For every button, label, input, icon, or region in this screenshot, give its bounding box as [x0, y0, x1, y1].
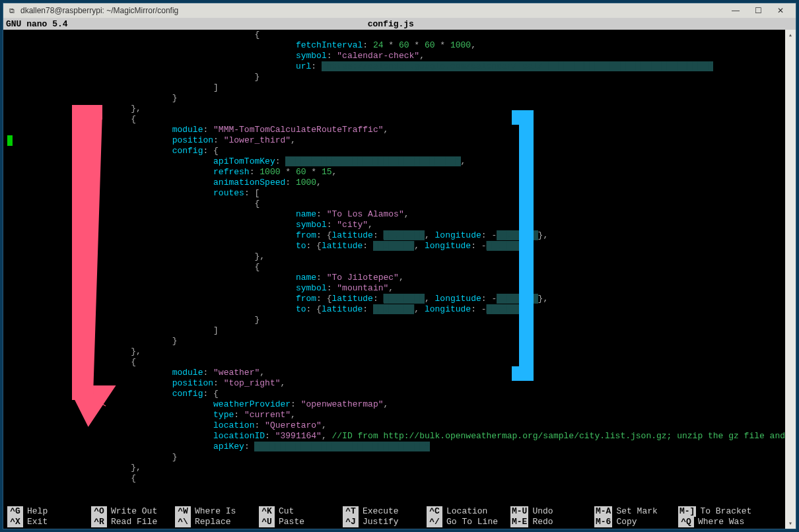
shortcut-item: ^OWrite Out [91, 506, 175, 517]
shortcut-label: Justify [363, 517, 399, 527]
shortcut-label: Help [27, 506, 48, 517]
shortcut-item: M-]To Bracket [678, 506, 762, 517]
shortcut-label: Set Mark [616, 506, 657, 517]
shortcut-item: ^TExecute [343, 506, 427, 517]
vertical-scrollbar[interactable]: ▴ ▾ [785, 30, 796, 529]
scroll-down-icon[interactable]: ▾ [785, 518, 796, 529]
shortcut-label: To Bracket [700, 506, 751, 517]
shortcut-key: ^O [91, 506, 107, 517]
shortcut-item: ^RRead File [91, 517, 175, 527]
shortcut-key: M-A [594, 506, 612, 517]
shortcut-label: Replace [195, 517, 231, 527]
shortcut-label: Read File [111, 517, 157, 527]
nano-app: GNU nano 5.4 [6, 19, 68, 29]
shortcut-key: ^X [7, 517, 23, 527]
shortcut-label: Where Is [195, 506, 236, 517]
cursor-marker [7, 135, 13, 146]
shortcut-item: M-ASet Mark [594, 506, 678, 517]
shortcut-key: ^U [259, 517, 275, 527]
shortcut-item: ^QWhere Was [678, 517, 762, 527]
shortcut-label: Write Out [111, 506, 157, 517]
shortcut-key: M-] [678, 506, 696, 517]
shortcut-key: ^\ [175, 517, 191, 527]
shortcut-label: Exit [27, 517, 48, 527]
maximize-button[interactable]: ☐ [747, 4, 769, 17]
shortcut-item: ^/Go To Line [427, 517, 510, 527]
shortcut-key: M-E [510, 517, 528, 527]
shortcut-key: ^R [91, 517, 107, 527]
shortcut-label: Go To Line [446, 517, 498, 527]
shortcut-key: ^T [343, 506, 359, 517]
shortcut-label: Redo [532, 517, 553, 527]
shortcut-label: Where Was [698, 517, 744, 527]
shortcut-item: ^GHelp [7, 506, 91, 517]
shortcut-item: ^KCut [259, 506, 343, 517]
shortcut-key: ^G [7, 506, 23, 517]
shortcut-key: ^W [175, 506, 191, 517]
window-title: dkallen78@raspberrypi: ~/MagicMirror/con… [20, 6, 178, 15]
shortcut-item: ^WWhere Is [175, 506, 259, 517]
shortcut-row-1: ^GHelp^OWrite Out^WWhere Is^KCut^TExecut… [7, 506, 781, 517]
shortcut-key: ^K [259, 506, 275, 517]
shortcut-item: ^XExit [7, 517, 91, 527]
shortcut-item: M-ERedo [510, 517, 594, 527]
window-titlebar[interactable]: ⧉ dkallen78@raspberrypi: ~/MagicMirror/c… [3, 3, 796, 18]
shortcut-item: ^JJustify [343, 517, 427, 527]
shortcut-key: ^J [343, 517, 359, 527]
shortcut-key: ^Q [678, 517, 694, 527]
shortcut-key: M-6 [594, 517, 612, 527]
minimize-button[interactable]: — [724, 4, 747, 17]
shortcut-label: Location [446, 506, 487, 517]
nano-header: GNU nano 5.4 config.js [3, 18, 796, 30]
terminal-window: ⧉ dkallen78@raspberrypi: ~/MagicMirror/c… [3, 3, 796, 529]
shortcut-item: M-UUndo [510, 506, 594, 517]
shortcut-item: ^CLocation [427, 506, 510, 517]
shortcut-key: ^/ [427, 517, 442, 527]
nano-filename: config.js [68, 19, 714, 29]
shortcut-item: ^\Replace [175, 517, 259, 527]
shortcut-label: Cut [279, 506, 294, 517]
close-button[interactable]: ✕ [769, 4, 792, 17]
scroll-up-icon[interactable]: ▴ [785, 30, 796, 40]
shortcut-item: M-6Copy [594, 517, 678, 527]
putty-icon: ⧉ [7, 6, 17, 15]
shortcut-label: Copy [616, 517, 637, 527]
shortcut-label: Paste [279, 517, 304, 527]
shortcut-label: Undo [532, 506, 553, 517]
shortcut-key: ^C [427, 506, 442, 517]
editor-area[interactable]: { fetchInterval: 24 * 60 * 60 * 1000, sy… [3, 30, 785, 505]
shortcut-item: ^UPaste [259, 517, 343, 527]
shortcut-row-2: ^XExit^RRead File^\Replace^UPaste^JJusti… [7, 517, 781, 527]
nano-shortcuts: ^GHelp^OWrite Out^WWhere Is^KCut^TExecut… [3, 505, 785, 529]
shortcut-label: Execute [363, 506, 399, 517]
shortcut-key: M-U [510, 506, 528, 517]
